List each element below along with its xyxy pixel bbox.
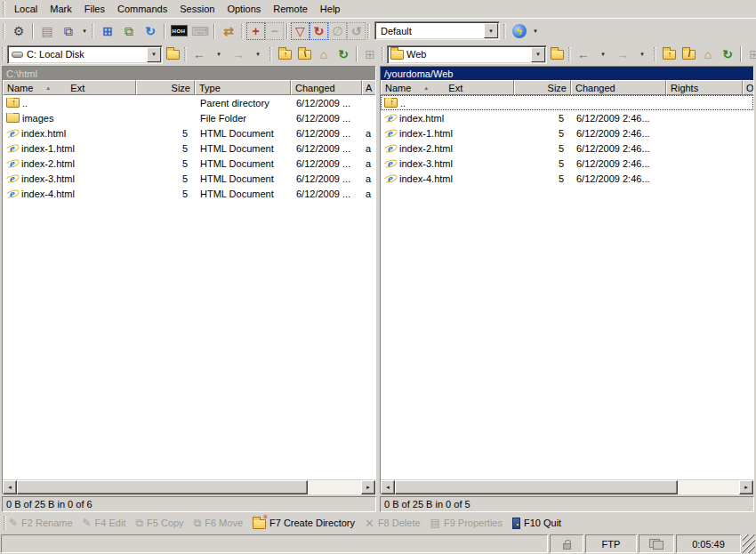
column-header-changed[interactable]: Changed: [571, 80, 666, 95]
duplicate-session-dropdown[interactable]: ▾: [79, 21, 90, 41]
preferences-button[interactable]: ⚙: [8, 21, 29, 41]
file-row[interactable]: ↑.. Parent directory 6/12/2009 ...: [3, 95, 375, 110]
local-drive-combo[interactable]: C: Local Disk ▼: [7, 45, 163, 64]
function-key-button[interactable]: F6 Move: [194, 518, 243, 528]
open-in-putty-button[interactable]: ⌨: [189, 21, 211, 41]
toolbar-gripper[interactable]: [382, 47, 384, 61]
local-path-bar[interactable]: C:\html: [3, 67, 375, 80]
file-row[interactable]: eindex-3.html 5 HTML Document 6/12/2009 …: [3, 171, 375, 186]
remote-forward-dropdown[interactable]: ▾: [632, 44, 652, 64]
function-key-button[interactable]: F2 Rename: [9, 518, 73, 528]
toolbar-gripper[interactable]: [184, 47, 187, 61]
menu-item[interactable]: Remote: [267, 2, 314, 16]
remote-horizontal-scrollbar[interactable]: ◄ ►: [381, 479, 753, 494]
column-header-size[interactable]: Size: [136, 80, 195, 95]
selection-filter-button[interactable]: ▽: [291, 22, 310, 40]
file-row[interactable]: eindex-3.html 5 6/12/2009 2:46...: [381, 156, 753, 171]
scrollbar-thumb[interactable]: [395, 480, 678, 494]
select-files-button[interactable]: +: [246, 22, 265, 40]
remote-home-directory-button[interactable]: ⌂: [698, 44, 718, 64]
column-header-size[interactable]: Size: [514, 80, 571, 95]
new-session-button[interactable]: ⊞: [97, 21, 118, 41]
local-back-button[interactable]: ←: [189, 44, 209, 64]
scroll-right-button[interactable]: ►: [361, 480, 375, 494]
column-header-owner[interactable]: O: [743, 80, 753, 95]
toolbar-gripper[interactable]: [367, 24, 370, 38]
remote-directory-combo[interactable]: Web ▼: [387, 45, 547, 64]
function-key-button[interactable]: F10 Quit: [512, 518, 561, 529]
combo-dropdown-button[interactable]: ▼: [531, 47, 545, 62]
toolbar-gripper[interactable]: [2, 47, 4, 61]
file-row[interactable]: eindex-4.html 5 HTML Document 6/12/2009 …: [3, 186, 375, 201]
toolbar-gripper[interactable]: [503, 24, 506, 38]
menu-item[interactable]: Help: [314, 2, 347, 16]
file-row[interactable]: eindex-4.html 5 6/12/2009 2:46...: [381, 171, 753, 186]
file-row[interactable]: eindex-2.html 5 6/12/2009 2:46...: [381, 141, 753, 156]
file-row[interactable]: ↑..: [381, 95, 753, 110]
stored-sessions-button[interactable]: ▤: [36, 21, 58, 41]
scrollbar-track[interactable]: [678, 480, 739, 494]
local-refresh-button[interactable]: ↻: [334, 44, 353, 64]
function-key-button[interactable]: F4 Edit: [83, 518, 126, 528]
invert-selection-button[interactable]: ↻: [310, 22, 328, 40]
remote-tree-button[interactable]: ⊞: [744, 44, 756, 64]
column-header-type[interactable]: Type: [195, 80, 291, 95]
column-header-attr[interactable]: A: [362, 80, 375, 95]
synchronize-button[interactable]: ⇄: [218, 21, 239, 41]
column-header-changed[interactable]: Changed: [291, 80, 362, 95]
local-forward-button[interactable]: →: [229, 44, 248, 64]
function-key-button[interactable]: F8 Delete: [365, 518, 421, 529]
remote-root-directory-button[interactable]: /: [679, 44, 698, 64]
toolbar-gripper[interactable]: [3, 24, 5, 38]
function-key-button[interactable]: F7 Create Directory: [253, 518, 355, 529]
remote-back-button[interactable]: ←: [574, 44, 593, 64]
toolbar-gripper[interactable]: [4, 516, 6, 530]
file-row[interactable]: eindex-1.html 5 6/12/2009 2:46...: [381, 125, 753, 141]
scroll-left-button[interactable]: ◄: [381, 480, 395, 494]
remote-open-directory-button[interactable]: [547, 44, 567, 64]
local-parent-directory-button[interactable]: ↑: [275, 44, 294, 64]
reconnect-button[interactable]: ↻: [140, 21, 161, 41]
toolbar-gripper[interactable]: [654, 47, 656, 61]
menu-item[interactable]: Local: [8, 2, 44, 16]
clear-selection-button[interactable]: ∅: [328, 22, 347, 40]
column-header-name-ext[interactable]: Name ▲ Ext: [3, 80, 136, 95]
transfer-options-dropdown[interactable]: ▾: [530, 21, 541, 41]
combo-dropdown-button[interactable]: ▼: [484, 23, 498, 38]
function-key-button[interactable]: F5 Copy: [135, 518, 183, 528]
combo-dropdown-button[interactable]: ▼: [147, 47, 161, 62]
remote-path-bar[interactable]: /yourdoma/Web: [381, 67, 753, 80]
remote-forward-button[interactable]: →: [613, 44, 632, 64]
menu-item[interactable]: Options: [221, 2, 267, 16]
duplicate-session-button[interactable]: ⧉: [58, 21, 79, 41]
menu-item[interactable]: Mark: [44, 2, 77, 16]
column-header-rights[interactable]: Rights: [666, 80, 743, 95]
file-row[interactable]: eindex-2.html 5 HTML Document 6/12/2009 …: [3, 156, 375, 171]
scrollbar-thumb[interactable]: [17, 480, 308, 494]
file-row[interactable]: images File Folder 6/12/2009 ...: [3, 110, 375, 125]
toolbar-gripper[interactable]: [241, 24, 244, 38]
toolbar-gripper[interactable]: [568, 47, 571, 61]
remote-refresh-button[interactable]: ↻: [718, 44, 737, 64]
toolbar-gripper[interactable]: [269, 47, 272, 61]
local-back-dropdown[interactable]: ▾: [209, 44, 229, 64]
file-row[interactable]: eindex-1.html 5 HTML Document 6/12/2009 …: [3, 141, 375, 156]
menu-item[interactable]: Files: [78, 2, 111, 16]
remote-parent-directory-button[interactable]: ↑: [659, 44, 679, 64]
file-row[interactable]: eindex.html 5 6/12/2009 2:46...: [381, 110, 753, 125]
copy-session-button[interactable]: ⧉: [118, 21, 140, 41]
file-row[interactable]: eindex.html 5 HTML Document 6/12/2009 ..…: [3, 125, 375, 141]
column-header-name-ext[interactable]: Name ▲ Ext: [381, 80, 514, 95]
scroll-right-button[interactable]: ►: [739, 480, 753, 494]
remote-back-dropdown[interactable]: ▾: [593, 44, 613, 64]
menu-item[interactable]: Session: [173, 2, 221, 16]
local-horizontal-scrollbar[interactable]: ◄ ►: [3, 479, 375, 494]
local-root-directory-button[interactable]: \: [294, 44, 314, 64]
toolbar-gripper[interactable]: [3, 2, 5, 16]
unselect-files-button[interactable]: −: [265, 22, 284, 40]
resize-grip[interactable]: [743, 534, 755, 553]
scrollbar-track[interactable]: [308, 480, 361, 494]
transfer-settings-combo[interactable]: Default ▼: [374, 21, 500, 40]
transfer-options-button[interactable]: ϟ: [509, 21, 530, 41]
local-tree-button[interactable]: ⊞: [360, 44, 380, 64]
